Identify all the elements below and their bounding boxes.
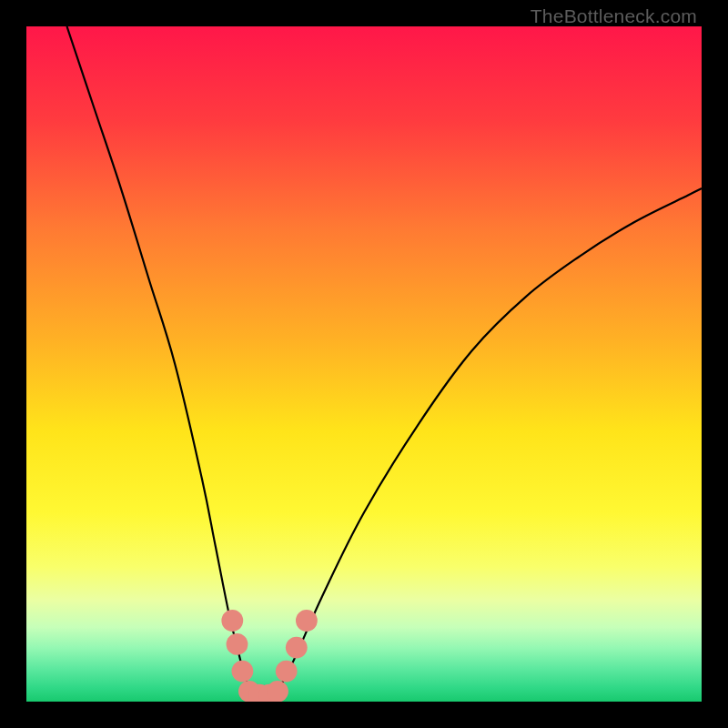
curve-layer — [26, 26, 702, 702]
curve-markers — [221, 610, 317, 702]
bottleneck-curve — [67, 26, 703, 695]
marker-right-1 — [276, 661, 298, 682]
marker-right-2 — [286, 637, 308, 659]
chart-frame: TheBottleneck.com — [0, 0, 728, 728]
marker-left-1 — [221, 610, 243, 632]
plot-area — [26, 26, 702, 702]
watermark-text: TheBottleneck.com — [531, 5, 697, 27]
marker-left-3 — [232, 661, 254, 682]
marker-left-2 — [227, 633, 248, 655]
marker-bottom-4 — [267, 681, 288, 702]
marker-right-3 — [296, 610, 318, 632]
